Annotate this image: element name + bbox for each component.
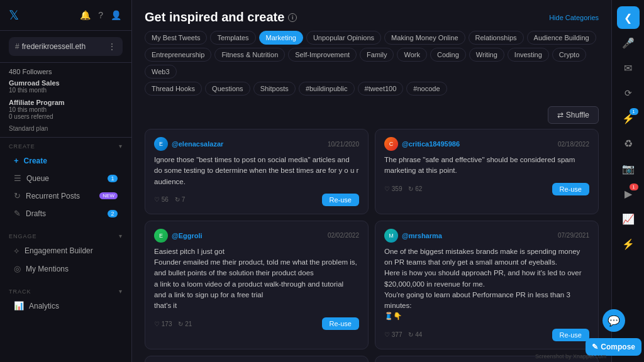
main-content: Get inspired and create i Hide Categorie… <box>132 0 611 362</box>
nav-label-engagement: Engagement Builder <box>25 246 93 255</box>
tag-#tweet100[interactable]: #tweet100 <box>358 82 404 96</box>
gumroad-title: Gumroad Sales <box>9 79 123 87</box>
author-name[interactable]: @critica18495986 <box>402 140 460 148</box>
microphone-button[interactable]: 🎤 <box>617 31 640 54</box>
tag-shitposts[interactable]: Shitposts <box>253 82 296 96</box>
shuffle-button[interactable]: ⇄ Shuffle <box>548 106 599 124</box>
drafts-badge: 2 <box>108 210 118 217</box>
tweet-date: 10/21/2020 <box>328 141 359 148</box>
tag-questions[interactable]: Questions <box>205 82 250 96</box>
tag-thread-hooks[interactable]: Thread Hooks <box>145 82 202 96</box>
tag-making-money-online[interactable]: Making Money Online <box>384 31 465 45</box>
notification-icon[interactable]: 🔔 <box>79 9 92 21</box>
tags-row-1: My Best TweetsTemplatesMarketingUnpopula… <box>145 31 599 45</box>
main-header: Get inspired and create i Hide Categorie… <box>132 0 611 31</box>
analytics-right-button[interactable]: 📈 <box>617 207 640 230</box>
tag-unpopular-opinions[interactable]: Unpopular Opinions <box>306 31 381 45</box>
recurrent-badge: NEW <box>99 192 118 199</box>
reply-button[interactable]: ⟳ <box>617 82 640 104</box>
message-button[interactable]: ✉ <box>617 57 640 79</box>
tweet-card: M @mrsharma 07/29/2021 One of the bigges… <box>375 221 599 349</box>
reuse-button[interactable]: Re-use <box>552 329 589 341</box>
gumroad-stat: Gumroad Sales 10 this month <box>9 79 123 94</box>
tags-row-3: Thread HooksQuestionsShitposts#buildinpu… <box>145 82 599 96</box>
tag-fitness-&-nutrition[interactable]: Fitness & Nutrition <box>214 48 285 62</box>
engage-chevron-icon[interactable]: ▾ <box>119 233 123 239</box>
affiliate-title: Affiliate Program <box>9 99 123 106</box>
engagement-icon: ⟡ <box>14 246 19 256</box>
tweet-card: T @thataliemason 11/18/2021 Re-use <box>145 356 369 363</box>
avatar: C <box>384 137 398 151</box>
tweet-retweets: ↻ 62 <box>408 185 422 192</box>
reuse-button[interactable]: Re-use <box>322 194 359 206</box>
chat-button[interactable]: 💬 <box>602 309 625 332</box>
tag-investing[interactable]: Investing <box>508 48 549 62</box>
create-nav-section: CREATE ▾ + Create ☰ Queue 1 ↻ Recurrent … <box>0 138 131 228</box>
tiktok-button[interactable]: ▶ 1 <box>617 182 640 205</box>
account-row[interactable]: # frederikroessell.eth ⋮ <box>9 37 123 56</box>
tag-entrepreneurship[interactable]: Entrepreneurship <box>145 48 211 62</box>
tweet-likes: ♡ 56 <box>154 196 169 203</box>
tag-my-best-tweets[interactable]: My Best Tweets <box>145 31 207 45</box>
tweet-header: C @critica18495986 02/18/2022 <box>384 137 589 151</box>
track-chevron-icon[interactable]: ▾ <box>119 288 123 295</box>
nav-item-queue[interactable]: ☰ Queue 1 <box>9 170 123 187</box>
tag-audience-building[interactable]: Audience Building <box>527 31 596 45</box>
tag-#buildinpublic[interactable]: #buildinpublic <box>299 82 355 96</box>
tag-writing[interactable]: Writing <box>469 48 504 62</box>
lightning-button[interactable]: ⚡ 1 <box>617 107 640 129</box>
nav-item-create[interactable]: + Create <box>9 152 123 169</box>
affiliate-stat: Affiliate Program 10 this month 0 users … <box>9 99 123 120</box>
tags-row-2: EntrepreneurshipFitness & NutritionSelf-… <box>145 48 599 79</box>
tweet-author: C @critica18495986 <box>384 137 460 151</box>
instagram-button[interactable]: 📷 <box>617 157 640 180</box>
tweet-likes: ♡ 173 <box>154 321 172 327</box>
track-section-label: TRACK ▾ <box>9 288 123 295</box>
tweet-likes: ♡ 377 <box>384 331 402 338</box>
shuffle-icon: ⇄ <box>557 111 564 119</box>
author-name[interactable]: @Eggroli <box>172 232 203 239</box>
tweet-body: The phrase "safe and effective" should b… <box>384 155 589 177</box>
tiktok-badge: 1 <box>630 184 638 190</box>
nav-item-recurrent[interactable]: ↻ Recurrent Posts NEW <box>9 187 123 204</box>
stats-section: 480 Followers Gumroad Sales 10 this mont… <box>0 63 131 138</box>
reuse-button[interactable]: Re-use <box>322 317 359 330</box>
account-menu-icon[interactable]: ⋮ <box>108 41 116 52</box>
nav-item-mentions[interactable]: ◎ My Mentions <box>9 260 123 277</box>
create-chevron-icon[interactable]: ▾ <box>119 143 123 150</box>
tag-family[interactable]: Family <box>360 48 394 62</box>
tag-relationships[interactable]: Relationships <box>469 31 524 45</box>
tag-work[interactable]: Work <box>397 48 426 62</box>
title-info-icon[interactable]: i <box>288 13 297 22</box>
reuse-button[interactable]: Re-use <box>552 183 589 195</box>
power-button[interactable]: ⚡ <box>617 233 640 255</box>
tag-self-improvement[interactable]: Self-Improvement <box>288 48 357 62</box>
help-icon[interactable]: ? <box>97 9 104 21</box>
categories-bar: My Best TweetsTemplatesMarketingUnpopula… <box>132 31 611 104</box>
tweet-stats: ♡ 377 ↻ 44 <box>384 331 422 338</box>
tag-marketing[interactable]: Marketing <box>259 31 303 45</box>
tweet-footer: ♡ 359 ↻ 62 Re-use <box>384 183 589 195</box>
tweet-author: E @elenacsalazar <box>154 137 223 151</box>
nav-item-analytics[interactable]: 📊 Analytics <box>9 297 123 314</box>
tag-coding[interactable]: Coding <box>430 48 466 62</box>
recycle-button[interactable]: ♻ <box>617 132 640 155</box>
page-title: Get inspired and create i <box>145 10 297 25</box>
tag-templates[interactable]: Templates <box>210 31 255 45</box>
sidebar-header-icons: 🔔 ? 👤 <box>79 9 123 21</box>
nav-item-engagement[interactable]: ⟡ Engagement Builder <box>9 242 123 260</box>
tweet-author: M @mrsharma <box>384 229 442 243</box>
profile-icon[interactable]: 👤 <box>109 9 123 21</box>
hide-categories-button[interactable]: Hide Categories <box>549 14 599 21</box>
author-name[interactable]: @elenacsalazar <box>172 140 223 148</box>
nav-label-analytics: Analytics <box>29 302 59 310</box>
nav-item-drafts[interactable]: ✎ Drafts 2 <box>9 205 123 222</box>
tweet-stats: ♡ 56 ↻ 7 <box>154 196 185 203</box>
engage-section-label: ENGAGE ▾ <box>9 233 123 239</box>
collapse-panel-button[interactable]: ❮ <box>617 6 640 29</box>
tag-crypto[interactable]: Crypto <box>552 48 586 62</box>
author-name[interactable]: @mrsharma <box>402 232 442 239</box>
tag-web3[interactable]: Web3 <box>145 65 177 79</box>
gumroad-sub: 10 this month <box>9 87 123 94</box>
tag-#nocode[interactable]: #nocode <box>406 82 447 96</box>
